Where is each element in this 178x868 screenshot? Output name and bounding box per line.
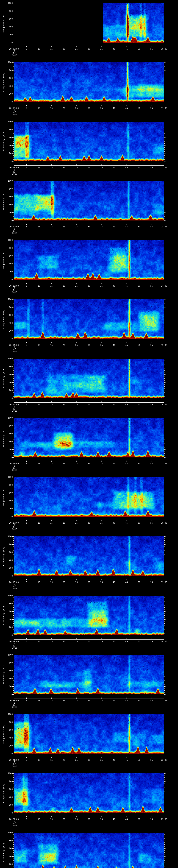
x-tick-label: 40 bbox=[113, 581, 115, 583]
date-year: 2016 bbox=[12, 350, 17, 352]
y-tick-label: 200 bbox=[0, 626, 13, 628]
spectrogram-panel: Frequency (Hz)0200400600800100020:18:001… bbox=[0, 533, 178, 593]
spectrogram-canvas bbox=[0, 59, 178, 119]
x-tick-label: 25 bbox=[75, 166, 78, 168]
spectrogram-canvas bbox=[0, 592, 178, 652]
x-tick-label: 15 bbox=[50, 344, 53, 346]
x-tick-label: 55 bbox=[150, 522, 153, 524]
y-axis-title: Frequency (Hz) bbox=[3, 838, 5, 866]
y-tick-label: 1000 bbox=[0, 121, 13, 123]
x-tick-label: 20 bbox=[63, 700, 65, 702]
x-tick-label: 40 bbox=[113, 759, 115, 761]
x-tick-label: 25 bbox=[75, 226, 78, 228]
x-tick-label: 45 bbox=[125, 463, 128, 465]
y-tick-label: 800 bbox=[0, 662, 13, 664]
y-tick-label: 400 bbox=[0, 441, 13, 443]
y-tick-label: 0 bbox=[0, 42, 13, 44]
date-year: 2016 bbox=[12, 766, 17, 768]
x-start-time-label: 20:22:00 bbox=[9, 818, 19, 820]
x-tick-label: 45 bbox=[125, 641, 128, 643]
x-tick-label: 50 bbox=[138, 759, 140, 761]
y-tick-label: 0 bbox=[0, 516, 13, 518]
x-tick-label: 35 bbox=[100, 463, 103, 465]
x-tick-label: 15 bbox=[50, 166, 53, 168]
y-tick-label: 600 bbox=[0, 136, 13, 138]
x-tick-label: 50 bbox=[138, 641, 140, 643]
x-end-time-label: 23:00 bbox=[161, 818, 167, 820]
spectrogram-canvas bbox=[0, 770, 178, 830]
y-tick-label: 400 bbox=[0, 322, 13, 324]
x-tick-label: 50 bbox=[138, 818, 140, 820]
date-year: 2016 bbox=[12, 647, 17, 649]
spectrogram-canvas bbox=[0, 533, 178, 593]
x-tick-label: 5 bbox=[26, 107, 27, 109]
x-tick-label: 55 bbox=[150, 285, 153, 287]
y-tick-label: 1000 bbox=[0, 180, 13, 182]
x-end-time-label: 11:00 bbox=[161, 107, 167, 109]
spectrogram-canvas bbox=[0, 0, 178, 59]
y-tick-label: 600 bbox=[0, 670, 13, 672]
x-tick-label: 40 bbox=[113, 641, 115, 643]
y-axis-title: Frequency (Hz) bbox=[3, 128, 5, 155]
spectrogram-canvas bbox=[0, 119, 178, 178]
y-tick-label: 400 bbox=[0, 618, 13, 620]
y-tick-label: 1000 bbox=[0, 832, 13, 834]
x-tick-label: 50 bbox=[138, 166, 140, 168]
spectrogram-panel: Frequency (Hz)0200400600800100020:12:001… bbox=[0, 178, 178, 237]
spectrogram-panel: Frequency (Hz)0200400600800100020:16:001… bbox=[0, 415, 178, 474]
y-tick-label: 0 bbox=[0, 693, 13, 695]
x-tick-label: 55 bbox=[150, 700, 153, 702]
x-tick-label: 20 bbox=[63, 48, 65, 50]
x-tick-label: 40 bbox=[113, 226, 115, 228]
x-tick-label: 40 bbox=[113, 166, 115, 168]
y-tick-label: 1000 bbox=[0, 358, 13, 360]
x-tick-label: 35 bbox=[100, 759, 103, 761]
y-tick-label: 800 bbox=[0, 69, 13, 71]
x-tick-label: 55 bbox=[150, 166, 153, 168]
x-tick-label: 10 bbox=[38, 226, 40, 228]
spectrogram-panel: Frequency (Hz)0200400600800100020:17:001… bbox=[0, 474, 178, 533]
date-year: 2016 bbox=[12, 291, 17, 293]
y-tick-label: 1000 bbox=[0, 535, 13, 537]
x-tick-label: 5 bbox=[26, 226, 27, 228]
x-end-time-label: 21:00 bbox=[161, 700, 167, 702]
x-tick-label: 5 bbox=[26, 344, 27, 346]
y-tick-label: 600 bbox=[0, 551, 13, 553]
x-tick-label: 15 bbox=[50, 107, 53, 109]
date-year: 2016 bbox=[12, 469, 17, 471]
x-tick-label: 5 bbox=[26, 522, 27, 524]
y-tick-label: 400 bbox=[0, 796, 13, 798]
y-axis-title: Frequency (Hz) bbox=[3, 365, 5, 392]
date-year: 2016 bbox=[12, 54, 17, 56]
y-tick-label: 800 bbox=[0, 10, 13, 12]
x-start-time-label: 20:14:00 bbox=[9, 344, 19, 346]
y-tick-label: 800 bbox=[0, 840, 13, 842]
y-tick-label: 0 bbox=[0, 338, 13, 340]
y-tick-label: 800 bbox=[0, 780, 13, 782]
x-tick-label: 45 bbox=[125, 818, 128, 820]
spectrogram-canvas bbox=[0, 652, 178, 711]
x-tick-label: 30 bbox=[88, 285, 90, 287]
x-tick-label: 50 bbox=[138, 581, 140, 583]
y-tick-label: 200 bbox=[0, 212, 13, 214]
x-tick-label: 50 bbox=[138, 344, 140, 346]
x-tick-label: 15 bbox=[50, 641, 53, 643]
y-tick-label: 200 bbox=[0, 863, 13, 865]
x-tick-label: 55 bbox=[150, 581, 153, 583]
x-tick-label: 10 bbox=[38, 700, 40, 702]
x-start-time-label: 20:12:00 bbox=[9, 226, 19, 228]
spectrogram-canvas bbox=[0, 474, 178, 533]
x-start-time-label: 20:17:00 bbox=[9, 522, 19, 524]
x-tick-label: 55 bbox=[150, 403, 153, 406]
y-tick-label: 400 bbox=[0, 500, 13, 502]
x-tick-label: 40 bbox=[113, 403, 115, 406]
y-tick-label: 0 bbox=[0, 575, 13, 577]
x-tick-label: 25 bbox=[75, 344, 78, 346]
spectrogram-panel: Frequency (Hz)0200400600800100020:11:001… bbox=[0, 119, 178, 178]
y-tick-label: 400 bbox=[0, 263, 13, 265]
y-tick-label: 200 bbox=[0, 34, 13, 36]
x-tick-label: 20 bbox=[63, 166, 65, 168]
y-tick-label: 0 bbox=[0, 101, 13, 103]
x-tick-label: 15 bbox=[50, 522, 53, 524]
x-start-time-label: 20:18:00 bbox=[9, 581, 19, 583]
